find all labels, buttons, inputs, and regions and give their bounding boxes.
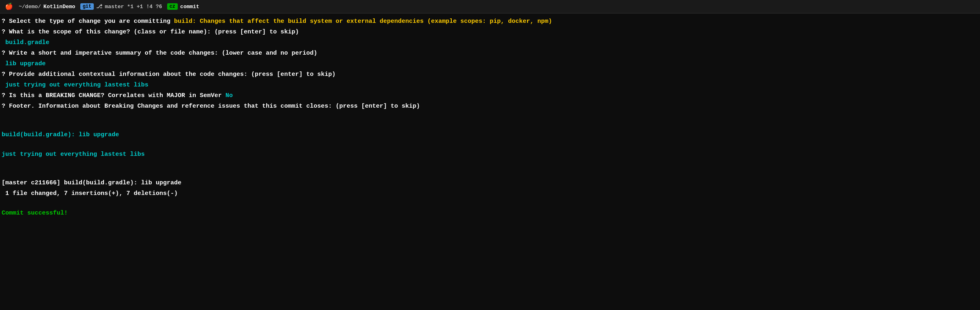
body-value: just trying out everything lastest libs (2, 80, 148, 90)
body-label: Provide additional contextual informatio… (9, 70, 335, 80)
line-scope-answer: build.gradle (2, 38, 978, 48)
blank-6 (2, 199, 978, 208)
commit-summary-text: build(build.gradle): lib upgrade (2, 130, 119, 140)
terminal-content: ? Select the type of change you are comm… (0, 13, 980, 222)
terminal-window: 🍎 ~/demo/KotlinDemo git ⎇ master *1 +1 !… (0, 0, 980, 310)
select-type-value: build: Changes that affect the build sys… (174, 17, 552, 27)
line-commit-body: just trying out everything lastest libs (2, 150, 978, 159)
commit-success-text: Commit successful! (2, 208, 68, 218)
line-commit-result-2: 1 file changed, 7 insertions(+), 7 delet… (2, 189, 978, 199)
cz-badge: cz (167, 3, 178, 10)
commit-body-text: just trying out everything lastest libs (2, 150, 145, 159)
git-badge: git (80, 3, 94, 10)
line-body-answer: just trying out everything lastest libs (2, 80, 978, 90)
blank-5 (2, 169, 978, 178)
path-home: ~/demo/ (19, 4, 41, 10)
branch-name: master *1 +1 !4 ?6 (105, 4, 162, 10)
line-body-question: ? Provide additional contextual informat… (2, 70, 978, 80)
blank-1 (2, 112, 978, 121)
scope-value: build.gradle (2, 38, 49, 48)
line-summary-question: ? Write a short and imperative summary o… (2, 49, 978, 58)
line-footer-question: ? Footer. Information about Breaking Cha… (2, 102, 978, 111)
line-summary-answer: lib upgrade (2, 59, 978, 69)
line-commit-result-1: [master c211666] build(build.gradle): li… (2, 178, 978, 188)
line-commit-summary: build(build.gradle): lib upgrade (2, 130, 978, 140)
command-text: commit (180, 4, 199, 10)
path-project: KotlinDemo (44, 4, 75, 10)
commit-result-1-text: [master c211666] build(build.gradle): li… (2, 178, 181, 188)
blank-3 (2, 141, 978, 150)
question-mark-2: ? (2, 27, 9, 37)
breaking-value: No (225, 91, 233, 101)
question-mark-3: ? (2, 49, 9, 58)
question-mark-5: ? (2, 91, 9, 101)
question-mark-6: ? (2, 102, 9, 111)
line-commit-success: Commit successful! (2, 208, 978, 218)
scope-label: What is the scope of this change? (class… (9, 27, 299, 37)
blank-4 (2, 160, 978, 169)
apple-logo: 🍎 (5, 2, 13, 11)
select-type-label: Select the type of change you are commit… (9, 17, 174, 27)
summary-value: lib upgrade (2, 59, 46, 69)
question-mark-4: ? (2, 70, 9, 80)
git-symbol: ⎇ (96, 3, 102, 10)
line-breaking-question: ? Is this a BREAKING CHANGE? Correlates … (2, 91, 978, 101)
commit-result-2-text: 1 file changed, 7 insertions(+), 7 delet… (2, 189, 178, 199)
footer-label: Footer. Information about Breaking Chang… (9, 102, 420, 111)
line-select-type: ? Select the type of change you are comm… (2, 17, 978, 27)
line-scope-question: ? What is the scope of this change? (cla… (2, 27, 978, 37)
summary-label: Write a short and imperative summary of … (9, 49, 317, 58)
breaking-label: Is this a BREAKING CHANGE? Correlates wi… (9, 91, 225, 101)
blank-2 (2, 121, 978, 130)
title-bar: 🍎 ~/demo/KotlinDemo git ⎇ master *1 +1 !… (0, 0, 980, 13)
question-mark-1: ? (2, 17, 9, 27)
